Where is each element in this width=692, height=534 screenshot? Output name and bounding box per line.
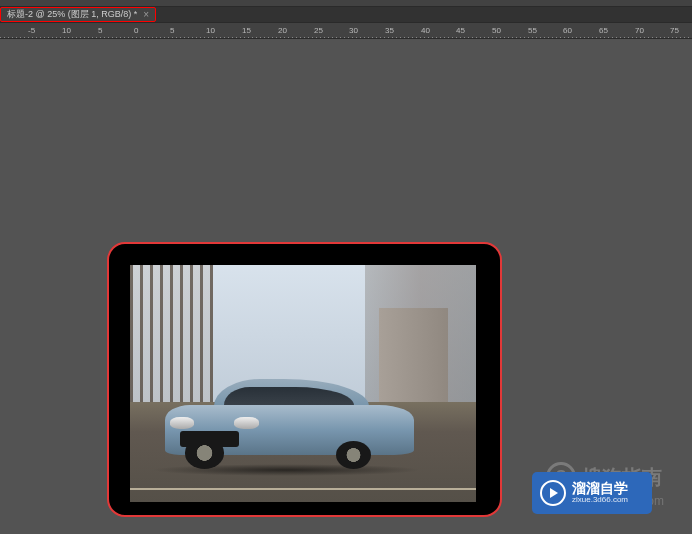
liuliu-sub: zixue.3d66.com <box>572 496 628 505</box>
ruler-tick: 5 <box>98 26 102 35</box>
ruler-tick: 0 <box>134 26 138 35</box>
watermark-liuliu-text: 溜溜自学 zixue.3d66.com <box>572 481 628 505</box>
document-tab-bar: 标题-2 @ 25% (图层 1, RGB/8) * × <box>0 7 692 22</box>
ruler-tick: 60 <box>563 26 572 35</box>
ruler-tick: 50 <box>492 26 501 35</box>
ruler-tick: 40 <box>421 26 430 35</box>
ruler-tick: -5 <box>28 26 35 35</box>
ruler-tick: 70 <box>635 26 644 35</box>
ruler-tick: 10 <box>62 26 71 35</box>
watermark-liuliu: 溜溜自学 zixue.3d66.com <box>532 472 652 514</box>
image-road-line <box>130 488 476 490</box>
image-car-headlight-right <box>234 417 259 429</box>
liuliu-main: 溜溜自学 <box>572 481 628 496</box>
image-car-wheel-front <box>185 437 225 469</box>
ruler-tick: 75 <box>670 26 679 35</box>
document-tab[interactable]: 标题-2 @ 25% (图层 1, RGB/8) * × <box>0 7 156 22</box>
image-car-wheel-rear <box>336 441 371 469</box>
image-car <box>165 369 414 469</box>
ruler-tick: 10 <box>206 26 215 35</box>
ruler-tick: 35 <box>385 26 394 35</box>
canvas-image <box>130 265 476 502</box>
ruler-tick: 5 <box>170 26 174 35</box>
close-icon[interactable]: × <box>143 9 149 20</box>
ruler-tick: 15 <box>242 26 251 35</box>
image-car-headlight-left <box>170 417 195 429</box>
document-tab-title: 标题-2 @ 25% (图层 1, RGB/8) * <box>7 8 137 21</box>
app-top-bar <box>0 0 692 7</box>
ruler-tick: 55 <box>528 26 537 35</box>
ruler-tick: 65 <box>599 26 608 35</box>
canvas-area[interactable]: S 搜狗指南 zhinan.sogou.com 溜溜自学 zixue.3d66.… <box>0 39 692 534</box>
selection-frame[interactable] <box>107 242 502 517</box>
play-icon <box>540 480 566 506</box>
ruler-tick: 20 <box>278 26 287 35</box>
ruler-tick: 30 <box>349 26 358 35</box>
ruler-tick: 45 <box>456 26 465 35</box>
ruler-tick: 25 <box>314 26 323 35</box>
horizontal-ruler[interactable]: -5105051015202530354045505560657075 <box>0 22 692 39</box>
